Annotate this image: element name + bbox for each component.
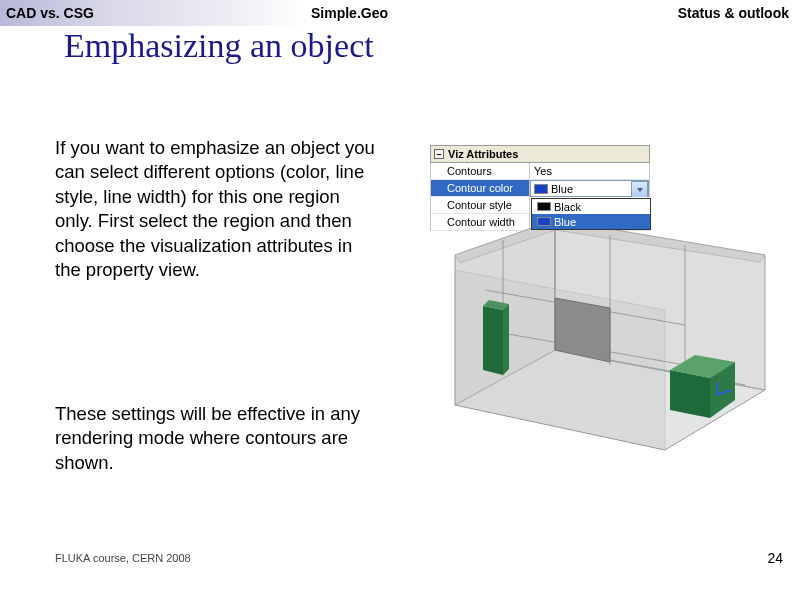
viz-row-label: Contours (430, 163, 530, 180)
breadcrumb: CAD vs. CSG Simple.Geo Status & outlook (0, 0, 799, 26)
viz-row-contours[interactable]: Contours Yes (430, 163, 650, 180)
viz-row-value[interactable]: Blue Black Blue (530, 180, 650, 197)
dropdown-option-label: Black (554, 201, 581, 213)
body-paragraph-1: If you want to emphasize an object you c… (55, 136, 380, 282)
svg-marker-9 (503, 304, 509, 375)
dropdown-option-blue[interactable]: Blue (532, 214, 650, 229)
collapse-icon[interactable]: – (434, 149, 444, 159)
viz-row-label: Contour color (430, 180, 530, 197)
viz-row-contour-color[interactable]: Contour color Blue Black Blue (430, 180, 650, 197)
breadcrumb-left: CAD vs. CSG (0, 0, 305, 26)
color-select[interactable]: Blue Black Blue (530, 180, 649, 197)
color-swatch-icon (537, 217, 551, 226)
page-number: 24 (767, 550, 783, 566)
chevron-down-icon (637, 188, 643, 192)
viz-panel-title: Viz Attributes (448, 148, 518, 160)
color-dropdown-list[interactable]: Black Blue (531, 198, 651, 230)
emphasized-green-slab (483, 300, 509, 375)
color-swatch-icon (534, 184, 548, 194)
body-paragraph-2: These settings will be effective in any … (55, 402, 390, 475)
color-swatch-icon (537, 202, 551, 211)
color-select-label: Blue (551, 183, 573, 195)
breadcrumb-right: Status & outlook (678, 5, 799, 21)
footer-course: FLUKA course, CERN 2008 (55, 552, 191, 564)
dropdown-option-black[interactable]: Black (532, 199, 650, 214)
breadcrumb-middle: Simple.Geo (305, 5, 394, 21)
scene-3d-room (425, 200, 775, 460)
viz-row-value[interactable]: Yes (530, 163, 650, 180)
page-title: Emphasizing an object (64, 27, 374, 65)
scene-svg (425, 200, 775, 460)
viz-panel-header[interactable]: – Viz Attributes (430, 145, 650, 163)
dropdown-button[interactable] (631, 181, 648, 198)
svg-marker-7 (483, 306, 503, 375)
dropdown-option-label: Blue (554, 216, 576, 228)
svg-marker-10 (670, 370, 710, 418)
